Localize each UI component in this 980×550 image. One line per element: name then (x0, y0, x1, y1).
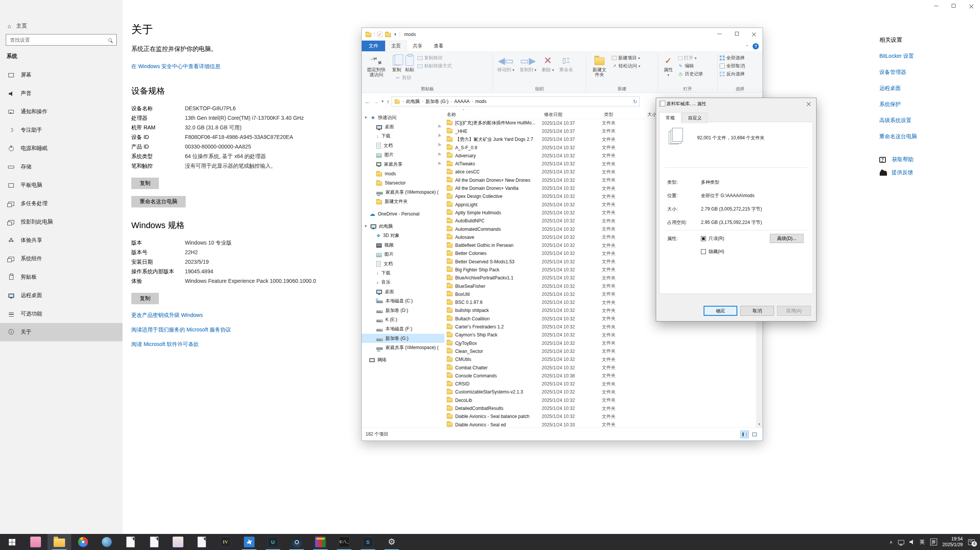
related-link[interactable]: 设备管理器 (879, 69, 975, 76)
scroll-down-icon[interactable]: ▼ (756, 421, 763, 428)
sidebar-item-可选功能[interactable]: 可选功能 (0, 305, 122, 323)
pin-to-quick-access-button[interactable]: 📌︎✦ 固定到快速访问 (364, 53, 389, 86)
game-globe-app[interactable] (95, 534, 119, 550)
related-link[interactable]: 远程桌面 (879, 85, 975, 92)
u-ring-app[interactable]: U (261, 534, 285, 550)
nav-item-快速访问[interactable]: ▼★快速访问 (362, 113, 444, 122)
chevron-down-icon[interactable]: ▼ (364, 116, 368, 119)
file-row[interactable]: CjyToyBox2025/1/24 10:32文件夹 (444, 339, 756, 347)
edit-button[interactable]: ✎ 编辑 (678, 63, 703, 69)
cancel-button[interactable]: 取消 (740, 306, 774, 316)
search-input[interactable] (6, 37, 108, 43)
nav-item-桌面[interactable]: 桌面 (362, 122, 444, 131)
file-row[interactable]: Diable Avionics - Seal ed2025/1/24 10:33… (444, 421, 756, 428)
invert-selection-button[interactable]: 反向选择 (720, 71, 745, 77)
nav-item-mods[interactable]: mods (362, 169, 444, 178)
nav-item-文档[interactable]: 文档 (362, 141, 444, 150)
apply-button[interactable]: 应用(A) (777, 306, 811, 316)
file-row[interactable]: Diable Avionics - Seal balance patch2025… (444, 413, 756, 421)
file-row[interactable]: Console Commands2025/1/24 10:38文件夹 (444, 372, 756, 380)
delete-button[interactable]: ✕ 删除 ▾ (540, 53, 556, 86)
explorer-minimize-button[interactable] (711, 28, 728, 39)
nav-item-家庭共享 (\\Memospace) ([interactable]: 家庭共享 (\\Memospace) ( (362, 188, 444, 197)
column-header-修改日期[interactable]: 修改日期 (544, 111, 562, 118)
refresh-icon[interactable]: ↻ (633, 99, 637, 104)
copy-to-button[interactable]: ▭▶ 复制到 ▾ (518, 53, 538, 86)
breadcrumb-segment[interactable]: mods (475, 99, 486, 104)
nav-item-3D 对象[interactable]: ❖3D 对象 (362, 231, 444, 240)
rename-pc-button[interactable]: 重命名这台电脑 (131, 196, 186, 207)
steam[interactable] (285, 534, 309, 550)
file-row[interactable]: Combat Chatter2025/1/24 10:32文件夹 (444, 364, 756, 372)
nav-item-图片[interactable]: 图片 (362, 250, 444, 259)
sidebar-item-关于[interactable]: ⓘ关于 (0, 323, 122, 341)
nav-item-图片[interactable]: 图片 (362, 150, 444, 160)
chevron-down-icon[interactable]: ▼ (364, 224, 368, 228)
dialog-tab-自定义[interactable]: 自定义 (682, 113, 707, 123)
tab-共享[interactable]: 共享 (407, 41, 428, 51)
sidebar-item-多任务处理[interactable]: 多任务处理 (0, 194, 122, 213)
nav-item-网络[interactable]: 网络 (362, 356, 444, 365)
paste-button[interactable]: 粘贴 (403, 53, 416, 74)
rename-button[interactable]: ▯⌶ 重命名 (557, 53, 575, 86)
nav-item-本地磁盘 (C:)[interactable]: 本地磁盘 (C:) (362, 296, 444, 305)
breadcrumb-separator-icon[interactable]: › (422, 100, 423, 103)
breadcrumb[interactable]: › 此电脑›新加卷 (G:)›AAAAA›mods ↻ (392, 96, 640, 106)
tab-file[interactable]: 文件 (362, 41, 385, 51)
recent-locations-icon[interactable]: ▼ (381, 100, 384, 103)
file-row[interactable]: Clean_Sector2025/1/24 10:32文件夹 (444, 347, 756, 355)
pinned-avatar-app-2[interactable] (166, 534, 190, 550)
quick-toolbar-dropdown-icon[interactable]: ▼ (394, 33, 397, 36)
dialog-titlebar[interactable]: 废料军械库, ... 属性 (656, 98, 816, 109)
ok-button[interactable]: 确定 (704, 306, 737, 316)
volume-icon[interactable] (910, 540, 915, 545)
doc-app-1[interactable] (119, 534, 142, 550)
file-row[interactable]: CustomizableStarSystems-v2.1.32025/1/24 … (444, 388, 756, 396)
nav-item-K (E:)[interactable]: K (E:) (362, 315, 444, 324)
sidebar-item-电源和睡眠[interactable]: 电源和睡眠 (0, 139, 122, 158)
sidebar-item-home[interactable]: ⌂ 主页 (0, 19, 122, 33)
sidebar-item-远程桌面[interactable]: 远程桌面 (0, 286, 122, 305)
doc-app-3[interactable] (190, 534, 214, 550)
nav-item-音乐[interactable]: ♪音乐 (362, 278, 444, 287)
file-row[interactable]: DetailedCombatResults2025/1/24 10:32文件夹 (444, 404, 756, 412)
sidebar-item-平板电脑[interactable]: 平板电脑 (0, 176, 122, 194)
dialog-close-button[interactable] (801, 98, 816, 109)
search-icon[interactable] (108, 38, 112, 42)
clock[interactable]: 19:54 2025/1/29 (942, 536, 963, 548)
help-link-feedback[interactable]: 提供反馈 (879, 169, 975, 176)
bird-app[interactable] (237, 534, 261, 550)
terminal[interactable]: C:\_ (332, 534, 356, 550)
advanced-button[interactable]: 高级(D)... (770, 234, 804, 243)
nav-item-桌面[interactable]: 桌面 (362, 287, 444, 296)
readonly-checkbox[interactable] (701, 236, 706, 241)
settings-link[interactable]: 阅读 Microsoft 软件许可条款 (131, 341, 361, 348)
dialog-tab-常规[interactable]: 常规 (659, 112, 681, 124)
pinned-avatar-app[interactable] (24, 534, 47, 550)
file-row[interactable]: DecoLib2025/1/24 10:32文件夹 (444, 396, 756, 404)
s-app[interactable]: S (356, 534, 380, 550)
details-view-button[interactable] (740, 431, 749, 438)
sidebar-item-专注助手[interactable]: ☽专注助手 (0, 121, 122, 139)
easy-access-button[interactable]: ↗ 轻松访问 ▾ (612, 63, 640, 69)
open-button[interactable]: 打开 ▾ (678, 55, 703, 61)
nav-item-文档[interactable]: 文档 (362, 259, 444, 268)
breadcrumb-segment[interactable]: AAAAA (454, 99, 469, 104)
nav-item-视频[interactable]: 视频 (362, 240, 444, 250)
quick-toolbar-check-icon[interactable]: ✓ (377, 32, 382, 37)
doc-app-2[interactable] (142, 534, 166, 550)
ime-mode-indicator[interactable]: 拼 (930, 539, 937, 545)
sidebar-item-剪贴板[interactable]: 剪贴板 (0, 268, 122, 286)
file-row[interactable]: Carter's Freetraders 1.22025/1/24 10:32文… (444, 323, 756, 331)
network-icon[interactable] (898, 540, 904, 544)
history-button[interactable]: ◷ 历史记录 (678, 71, 703, 77)
breadcrumb-separator-icon[interactable]: › (451, 100, 452, 103)
properties-button[interactable]: ✓ 属性▾ (660, 53, 676, 86)
explorer-close-button[interactable] (745, 28, 763, 39)
cut-button[interactable]: ✂ 剪切 (395, 75, 411, 81)
related-link[interactable]: 高级系统设置 (879, 117, 975, 124)
nav-item-新加卷 (G:)[interactable]: 新加卷 (G:) (362, 334, 444, 343)
ime-language-indicator[interactable]: 英 (920, 539, 925, 545)
move-to-button[interactable]: ◀▭ 移动到 ▾ (495, 53, 516, 86)
nav-item-家庭共享 (\\Memospace) ([interactable]: 家庭共享 (\\Memospace) ( (362, 343, 444, 352)
